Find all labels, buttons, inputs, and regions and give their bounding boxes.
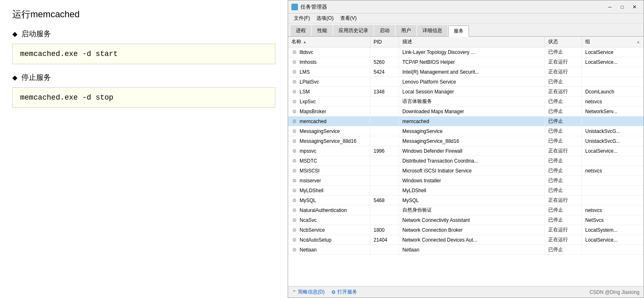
td-pid [370,116,399,126]
table-row[interactable]: ⚙lltdsvcLink-Layer Topology Discovery ..… [288,47,644,57]
table-row[interactable]: ⚙MSiSCSIMicrosoft iSCSI Initiator Servic… [288,166,644,176]
menu-view[interactable]: 查看(V) [337,14,360,23]
td-name: ⚙memcached [288,116,370,126]
td-status: 已停止 [545,166,582,175]
td-desc: MyLDShell [399,186,545,195]
table-row[interactable]: ⚙MyLDShellMyLDShell已停止 [288,186,644,196]
td-status: 已停止 [545,107,582,116]
service-row-icon: ⚙ [291,109,297,114]
td-name: ⚙lltdsvc [288,47,370,57]
watermark: CSDN @Ding Jiaxiong [589,289,639,295]
tab-process[interactable]: 进程 [291,25,311,36]
tab-details[interactable]: 详细信息 [417,25,448,36]
td-name: ⚙MapsBroker [288,107,370,116]
table-row[interactable]: ⚙NaturalAuthentication自然身份验证已停止netsvcs [288,205,644,215]
table-body[interactable]: ⚙lltdsvcLink-Layer Topology Discovery ..… [288,47,644,286]
td-group: netsvcs [582,205,644,215]
title-bar: 任务管理器 ─ □ ✕ [288,0,644,14]
td-desc: Local Session Manager [399,87,545,96]
td-pid: 5468 [370,196,399,205]
table-row[interactable]: ⚙msiserverWindows Installer已停止 [288,176,644,186]
table-row[interactable]: ⚙MessagingServiceMessagingService已停止Unis… [288,126,644,136]
brief-info-link[interactable]: ⌃ 简略信息(D) [292,289,325,296]
td-pid [370,107,399,116]
tab-startup[interactable]: 启动 [374,25,395,36]
table-row[interactable]: ⚙MessagingService_88d16MessagingService_… [288,136,644,146]
table-row[interactable]: ⚙NetlaanNetlaan已停止 [288,245,644,255]
start-service-label: 启动服务 [21,29,51,39]
open-service-link[interactable]: ⚙ 打开服务 [331,289,357,296]
table-row[interactable]: ⚙LMS5424Intel(R) Management and Securit.… [288,67,644,77]
td-pid: 5260 [370,57,399,67]
col-pid[interactable]: PID [370,37,399,47]
sort-arrow-name: ▲ [303,40,307,44]
table-row[interactable]: ⚙LxpSvc语言体验服务已停止netsvcs [288,97,644,107]
restore-button[interactable]: □ [616,3,628,11]
td-status: 已停止 [545,215,582,225]
service-row-icon: ⚙ [291,69,297,75]
menu-file[interactable]: 文件(F) [291,14,313,23]
close-button[interactable]: ✕ [629,3,640,11]
col-desc[interactable]: 描述 [399,37,545,47]
table-row[interactable]: ⚙MSDTCDistributed Transaction Coordina..… [288,156,644,166]
table-row[interactable]: ⚙NcaSvcNetwork Connectivity Assistant已停止… [288,215,644,225]
td-name: ⚙MySQL [288,196,370,205]
td-desc: Windows Defender Firewall [399,146,545,156]
td-group [582,245,644,254]
tab-services[interactable]: 服务 [448,26,469,37]
bullet-diamond-1: ◆ [12,30,17,38]
td-desc: Microsoft iSCSI Initiator Service [399,166,545,175]
stop-service-section: ◆ 停止服务 [12,72,275,82]
task-manager-window: 任务管理器 ─ □ ✕ 文件(F) 选项(O) 查看(V) 进程 性能 应用历史… [288,0,644,298]
col-group[interactable]: 组 ▲ [582,37,644,47]
td-pid: 1800 [370,225,399,235]
td-status: 已停止 [545,97,582,106]
td-pid [370,97,399,106]
table-row[interactable]: ⚙NcdAutoSetup21404Network Connected Devi… [288,235,644,245]
td-name: ⚙LMS [288,67,370,77]
status-left: ⌃ 简略信息(D) ⚙ 打开服务 [292,289,357,296]
td-group [582,67,644,77]
td-desc: MessagingService_88d16 [399,136,545,146]
tab-users[interactable]: 用户 [396,25,416,36]
td-name: ⚙MSiSCSI [288,166,370,175]
window-controls: ─ □ ✕ [604,3,640,11]
service-row-icon: ⚙ [291,148,297,154]
td-group: LocalService... [582,146,644,156]
table-row[interactable]: ⚙mpssvc1996Windows Defender Firewall正在运行… [288,146,644,156]
tab-performance[interactable]: 性能 [312,25,332,36]
menu-options[interactable]: 选项(O) [313,14,337,23]
table-row[interactable]: ⚙MySQL5468MySQL正在运行 [288,196,644,205]
td-pid: 1996 [370,146,399,156]
td-name: ⚙LPlatSvc [288,77,370,86]
col-status[interactable]: 状态 [545,37,582,47]
td-pid [370,176,399,185]
service-row-icon: ⚙ [291,99,297,105]
table-row[interactable]: ⚙LSM1348Local Session Manager正在运行DcomLau… [288,87,644,97]
td-name: ⚙NcbService [288,225,370,235]
td-status: 已停止 [545,126,582,136]
td-status: 已停止 [545,186,582,195]
service-row-icon: ⚙ [291,188,297,193]
table-row[interactable]: ⚙memcachedmemcached已停止 [288,116,644,126]
td-pid [370,136,399,146]
td-group: LocalService [582,47,644,57]
td-status: 正在运行 [545,57,582,67]
td-name: ⚙LSM [288,87,370,96]
td-desc: 语言体验服务 [399,97,545,106]
td-group: LocalSystem... [582,225,644,235]
table-row[interactable]: ⚙lmhosts5260TCP/IP NetBIOS Helper正在运行Loc… [288,57,644,67]
td-desc: TCP/IP NetBIOS Helper [399,57,545,67]
td-status: 已停止 [545,245,582,254]
td-pid [370,205,399,215]
table-row[interactable]: ⚙MapsBrokerDownloaded Maps Manager已停止Net… [288,107,644,116]
service-row-icon: ⚙ [291,168,297,174]
table-row[interactable]: ⚙LPlatSvcLenovo Platform Service已停止 [288,77,644,87]
col-name[interactable]: 名称 ▲ [288,37,370,47]
service-row-icon: ⚙ [291,158,297,164]
minimize-button[interactable]: ─ [604,3,616,11]
service-row-icon: ⚙ [291,89,297,95]
table-row[interactable]: ⚙NcbService1800Network Connection Broker… [288,225,644,235]
tab-app-history[interactable]: 应用历史记录 [333,25,374,36]
window-title: 任务管理器 [300,3,604,11]
